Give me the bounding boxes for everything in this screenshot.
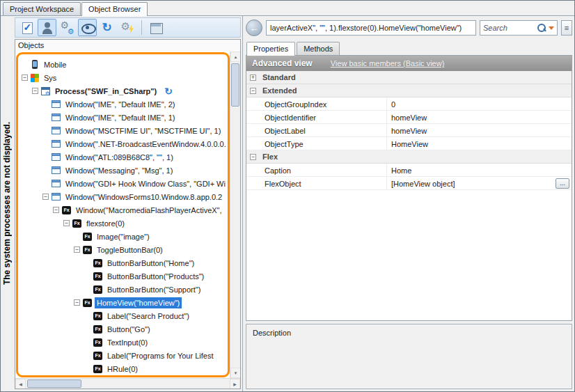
- property-row-objectidentifier[interactable]: ObjectIdentifierhomeView: [246, 111, 572, 124]
- property-value[interactable]: homeView: [387, 111, 572, 123]
- tree-item-label[interactable]: Image("image"): [95, 231, 152, 242]
- tree-item-label[interactable]: ButtonBarButton("Home"): [105, 258, 196, 269]
- property-row-objecttype[interactable]: ObjectTypeHomeView: [246, 137, 572, 150]
- tree-item-label[interactable]: Window("MSCTFIME UI", "MSCTFIME UI", 1): [63, 125, 223, 136]
- tree-item-label[interactable]: Sys: [42, 72, 58, 84]
- object-path-field[interactable]: layerActiveX", "", 1).flexstore(0).HomeV…: [266, 20, 476, 36]
- tree-item[interactable]: −Process("SWF_in_CSharp")↻: [20, 84, 228, 97]
- tree-vertical-scrollbar[interactable]: ▲ ▼: [230, 52, 240, 378]
- tree-item-label[interactable]: Window("IME", "Default IME", 1): [63, 112, 177, 123]
- tree-item[interactable]: FxLabel("Search Product"): [20, 309, 228, 322]
- collapse-icon[interactable]: −: [63, 220, 70, 226]
- property-value[interactable]: Home: [387, 164, 572, 176]
- tree-item-label[interactable]: Label("Search Product"): [105, 311, 191, 322]
- vertical-scroll-thumb[interactable]: [231, 63, 239, 107]
- tab-properties[interactable]: Properties: [246, 42, 295, 56]
- horizontal-scroll-thumb[interactable]: [27, 379, 81, 388]
- tree-item[interactable]: Window("IME", "Default IME", 1): [20, 111, 228, 124]
- tree-item-label[interactable]: Window("Messaging", "Msg", 1): [63, 165, 175, 176]
- refresh-button[interactable]: [98, 19, 117, 36]
- tree-item[interactable]: FxLabel("Programs for Your Lifest: [20, 349, 228, 362]
- tree-item-label[interactable]: Window("ATL:089B68C8", "", 1): [63, 152, 175, 163]
- tree-item[interactable]: Window("IME", "Default IME", 2): [20, 97, 228, 111]
- tree-item[interactable]: FxButtonBarButton("Home"): [20, 256, 228, 269]
- tree-item[interactable]: Window("MSCTFIME UI", "MSCTFIME UI", 1): [20, 124, 228, 137]
- collapse-icon[interactable]: −: [250, 154, 256, 160]
- property-row-objectlabel[interactable]: ObjectLabelhomeView: [246, 124, 572, 137]
- collapse-icon[interactable]: −: [74, 299, 80, 306]
- collapse-icon[interactable]: −: [32, 88, 38, 94]
- expand-icon[interactable]: +: [250, 75, 256, 81]
- property-value[interactable]: homeView: [387, 124, 572, 136]
- tree-item[interactable]: FxImage("image"): [20, 230, 228, 243]
- tree-item-label[interactable]: Window("WindowsForms10.Window.8.app.0.2: [63, 191, 224, 203]
- tree-item[interactable]: −Sys: [20, 71, 228, 84]
- scroll-right-icon[interactable]: ▶: [230, 379, 240, 389]
- tree-item[interactable]: Window("Messaging", "Msg", 1): [20, 164, 228, 177]
- ellipsis-button[interactable]: ...: [556, 178, 569, 189]
- collapse-icon[interactable]: −: [74, 246, 80, 253]
- extensions-gears-button[interactable]: [58, 19, 77, 36]
- tree-item[interactable]: Window(".NET-BroadcastEventWindow.4.0.0.…: [20, 137, 228, 150]
- scroll-down-icon[interactable]: ▼: [230, 368, 240, 378]
- tree-item-label[interactable]: Mobile: [42, 59, 68, 70]
- tree-item[interactable]: −Fxflexstore(0): [20, 217, 228, 230]
- property-row-flexobject[interactable]: FlexObject[HomeView object]...: [246, 177, 572, 190]
- tree-item[interactable]: −FxToggleButtonBar(0): [20, 243, 228, 256]
- basic-view-link[interactable]: View basic members (Basic view): [331, 59, 445, 68]
- collapse-icon[interactable]: −: [22, 75, 28, 81]
- tree-item[interactable]: Window("GDI+ Hook Window Class", "GDI+ W…: [20, 177, 228, 190]
- tree-horizontal-scrollbar[interactable]: ◀ ▶: [15, 378, 240, 389]
- tree-item-label[interactable]: ButtonBarButton("Products"): [105, 271, 206, 282]
- search-dropdown-icon[interactable]: [549, 26, 554, 33]
- tree-item-label[interactable]: TextInput(0): [105, 337, 150, 348]
- tree-item-label[interactable]: ButtonBarButton("Support"): [105, 284, 203, 295]
- back-button[interactable]: ←: [246, 19, 262, 36]
- tree-item-label[interactable]: Window(".NET-BroadcastEventWindow.4.0.0.…: [63, 139, 228, 150]
- tree-item[interactable]: Mobile: [20, 58, 228, 71]
- property-value[interactable]: [HomeView object]...: [387, 177, 572, 189]
- actions-gear-button[interactable]: [118, 19, 137, 36]
- property-category-extended[interactable]: −Extended: [246, 84, 572, 97]
- tab-methods[interactable]: Methods: [297, 42, 340, 55]
- collapse-icon[interactable]: −: [250, 88, 256, 94]
- tree-item-label[interactable]: Window("GDI+ Hook Window Class", "GDI+ W…: [63, 178, 228, 189]
- property-row-objectgroupindex[interactable]: ObjectGroupIndex0: [246, 97, 572, 111]
- tree-item[interactable]: FxTextInput(0): [20, 336, 228, 349]
- tree-item[interactable]: −Window("WindowsForms10.Window.8.app.0.2: [20, 190, 228, 203]
- search-icon[interactable]: [537, 23, 546, 33]
- tree-item-label[interactable]: HomeView("homeView"): [95, 297, 182, 308]
- tree-item[interactable]: Window("ATL:089B68C8", "", 1): [20, 150, 228, 164]
- panel-menu-button[interactable]: ≡: [561, 20, 572, 36]
- collapse-icon[interactable]: −: [53, 207, 59, 213]
- tree-item-label[interactable]: ToggleButtonBar(0): [95, 244, 165, 256]
- tree-item[interactable]: −FxHomeView("homeView"): [20, 296, 228, 309]
- scroll-up-icon[interactable]: ▲: [230, 52, 240, 62]
- tree-item[interactable]: FxHRule(0): [20, 362, 228, 375]
- tree-item-label[interactable]: HRule(0): [105, 363, 140, 375]
- tree-item-label[interactable]: Process("SWF_in_CSharp"): [53, 86, 159, 97]
- property-value[interactable]: 0: [387, 97, 572, 110]
- tree-item-label[interactable]: Window("MacromediaFlashPlayerActiveX",: [74, 205, 224, 216]
- tab-object-browser[interactable]: Object Browser: [81, 2, 148, 16]
- collapse-icon[interactable]: −: [42, 194, 49, 200]
- object-spy-button[interactable]: [38, 19, 56, 36]
- vertical-scroll-track[interactable]: [230, 62, 240, 368]
- highlight-object-button[interactable]: [78, 19, 97, 36]
- tab-project-workspace[interactable]: Project Workspace: [3, 2, 81, 15]
- scroll-left-icon[interactable]: ◀: [15, 379, 26, 389]
- property-row-caption[interactable]: CaptionHome: [246, 164, 572, 177]
- tree-item-label[interactable]: Button("Go"): [105, 324, 152, 335]
- tree-item[interactable]: FxButtonBarButton("Support"): [20, 283, 228, 296]
- horizontal-scroll-track[interactable]: [26, 379, 230, 389]
- property-category-flex[interactable]: −Flex: [246, 150, 572, 164]
- tree-item[interactable]: −FxWindow("MacromediaFlashPlayerActiveX"…: [20, 203, 228, 217]
- filter-criteria-button[interactable]: [17, 19, 36, 36]
- tree-item-label[interactable]: Window("IME", "Default IME", 2): [63, 99, 177, 110]
- tree-item[interactable]: Fx: [20, 375, 228, 377]
- search-input[interactable]: Search: [480, 20, 558, 36]
- tree-item[interactable]: FxButton("Go"): [20, 322, 228, 336]
- tree-item-label[interactable]: Label("Programs for Your Lifest: [105, 350, 216, 361]
- panel-layout-button[interactable]: [146, 19, 165, 36]
- tree-item[interactable]: FxButtonBarButton("Products"): [20, 269, 228, 283]
